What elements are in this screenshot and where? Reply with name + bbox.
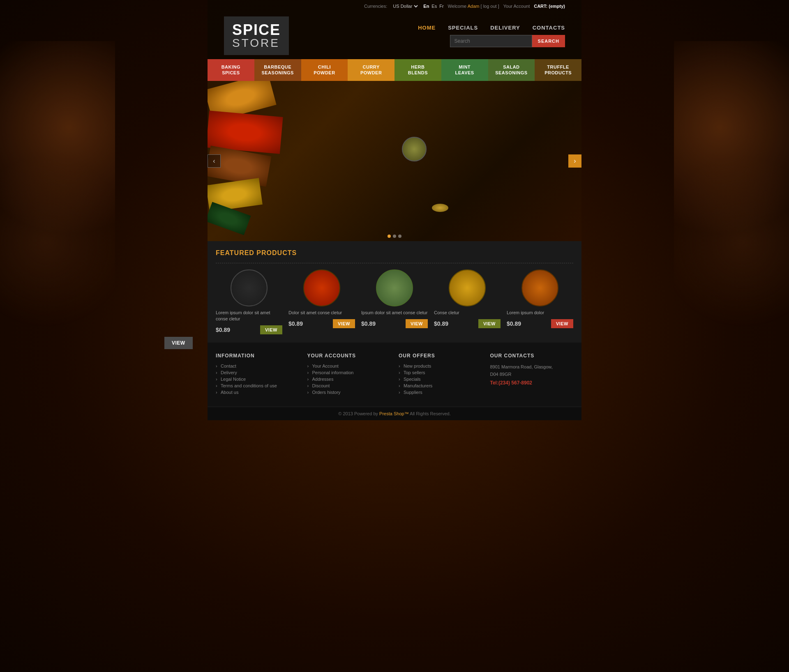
lang-fr[interactable]: Fr xyxy=(439,4,443,9)
copyright-text: © 2013 Powered by xyxy=(338,411,378,416)
product-card-4: Conse cletur $0.89 VIEW xyxy=(434,269,501,335)
view-button-5[interactable]: VIEW xyxy=(551,319,573,328)
account-link[interactable]: Your Account xyxy=(503,4,530,9)
cat-curry[interactable]: CURRYPOWDER xyxy=(348,59,394,81)
search-bar: SEARCH xyxy=(450,35,565,47)
footer-link-contact[interactable]: Contact xyxy=(216,364,299,368)
product-img-wrapper-4 xyxy=(434,269,501,306)
footer-link-about[interactable]: About us xyxy=(216,390,299,395)
hero-slider: ‹ › xyxy=(208,81,581,241)
featured-title: FEATURED PRODUCTS xyxy=(216,249,573,257)
main-nav: HOME SPECIALS DELIVERY CONTACTS xyxy=(418,25,565,31)
spice-small-1 xyxy=(402,137,427,161)
lang-en[interactable]: En xyxy=(423,4,429,9)
product-price-3: $0.89 xyxy=(361,320,376,327)
cat-salad[interactable]: SALADSEASONINGS xyxy=(488,59,535,81)
footer-link-manufacturers[interactable]: Manufacturers xyxy=(399,383,482,388)
product-desc-5: Lorem ipsum dolor xyxy=(507,310,573,316)
slider-dot-2[interactable] xyxy=(393,235,396,238)
logo[interactable]: SPICE STORE xyxy=(224,16,289,55)
cat-mint[interactable]: MINTLEAVES xyxy=(441,59,488,81)
footer-phone: Tel:(234) 567-8902 xyxy=(490,380,574,386)
product-price-1: $0.89 xyxy=(216,327,230,333)
spice-small-2 xyxy=(432,204,448,212)
footer-offers-title: OUR OFFERS xyxy=(399,353,482,359)
nav-home[interactable]: HOME xyxy=(418,25,436,31)
featured-section: FEATURED PRODUCTS Lorem ipsum dolor sit … xyxy=(208,241,581,343)
product-footer-3: $0.89 VIEW xyxy=(361,319,428,328)
slider-dots xyxy=(388,235,401,238)
header: Currencies: US Dollar En Es Fr Welcome A… xyxy=(208,0,581,59)
footer-link-legal[interactable]: Legal Notice xyxy=(216,377,299,382)
footer-col-offers: OUR OFFERS New products Top sellers Spec… xyxy=(399,353,482,396)
cat-truffle[interactable]: TRUFFLEPRODUCTS xyxy=(535,59,581,81)
product-img-wrapper-2 xyxy=(288,269,355,306)
cat-barbeque[interactable]: BARBEQUESEASONINGS xyxy=(254,59,301,81)
lang-es[interactable]: Es xyxy=(431,4,437,9)
search-button[interactable]: SEARCH xyxy=(532,35,565,47)
product-desc-2: Dolor sit amet conse cletur xyxy=(288,310,355,316)
footer-link-suppliers[interactable]: Suppliers xyxy=(399,390,482,395)
product-image-2 xyxy=(303,269,340,306)
footer-link-discount[interactable]: Discount xyxy=(307,383,391,388)
page-wrapper: Currencies: US Dollar En Es Fr Welcome A… xyxy=(0,0,789,420)
footer-information-title: INFORMATION xyxy=(216,353,299,359)
footer-link-your-account[interactable]: Your Account xyxy=(307,364,391,368)
nav-delivery[interactable]: DELIVERY xyxy=(490,25,520,31)
product-desc-4: Conse cletur xyxy=(434,310,501,316)
rights-text: All Rights Reserved. xyxy=(410,411,451,416)
view-button-3[interactable]: VIEW xyxy=(406,319,428,328)
standalone-view-button[interactable]: VIEW xyxy=(164,337,193,349)
footer-link-personal-info[interactable]: Personal information xyxy=(307,370,391,375)
product-price-4: $0.89 xyxy=(434,320,448,327)
cat-chili[interactable]: CHILIPOWDER xyxy=(301,59,348,81)
product-desc-3: Ipsum dolor sit amet conse cletur xyxy=(361,310,428,316)
footer-accounts-title: YOUR ACCOUNTS xyxy=(307,353,391,359)
product-image-1 xyxy=(231,269,268,306)
footer-top: INFORMATION Contact Delivery Legal Notic… xyxy=(208,343,581,407)
footer-link-addresses[interactable]: Addresses xyxy=(307,377,391,382)
view-button-1[interactable]: VIEW xyxy=(260,325,282,334)
language-switcher: En Es Fr xyxy=(423,4,443,9)
main-content: BAKINGSPICES BARBEQUESEASONINGS CHILIPOW… xyxy=(208,59,581,420)
header-main: SPICE STORE HOME SPECIALS DELIVERY CONTA… xyxy=(224,12,565,59)
nav-specials[interactable]: SPECIALS xyxy=(448,25,478,31)
standalone-view-container: VIEW xyxy=(164,337,193,349)
footer-link-terms[interactable]: Terms and conditions of use xyxy=(216,383,299,388)
search-input[interactable] xyxy=(450,35,532,47)
nav-contacts[interactable]: CONTACTS xyxy=(533,25,565,31)
hero-background xyxy=(208,81,581,241)
logout-link[interactable]: [ log out ] xyxy=(481,4,499,9)
product-footer-2: $0.89 VIEW xyxy=(288,319,355,328)
footer-link-orders[interactable]: Orders history xyxy=(307,390,391,395)
product-image-5 xyxy=(521,269,558,306)
logo-spice: SPICE xyxy=(232,23,281,37)
logo-store: STORE xyxy=(232,37,280,49)
slider-dot-1[interactable] xyxy=(388,235,391,238)
nav-search: HOME SPECIALS DELIVERY CONTACTS SEARCH xyxy=(418,25,565,47)
currency-select[interactable]: US Dollar xyxy=(391,3,419,9)
cat-herb[interactable]: HERBBLENDS xyxy=(394,59,441,81)
footer-link-top-sellers[interactable]: Top sellers xyxy=(399,370,482,375)
product-img-wrapper-3 xyxy=(361,269,428,306)
user-link[interactable]: Adam xyxy=(468,4,480,9)
product-desc-1: Lorem ipsum dolor sit amet conse cletur xyxy=(216,310,282,322)
slider-prev-button[interactable]: ‹ xyxy=(208,154,221,168)
cat-baking-spices[interactable]: BAKINGSPICES xyxy=(208,59,254,81)
footer-link-new-products[interactable]: New products xyxy=(399,364,482,368)
view-button-4[interactable]: VIEW xyxy=(478,319,501,328)
featured-divider xyxy=(216,263,573,263)
prestashop-link[interactable]: Presta Shop™ xyxy=(379,411,409,416)
product-image-4 xyxy=(449,269,486,306)
view-button-2[interactable]: VIEW xyxy=(333,319,355,328)
footer-link-delivery[interactable]: Delivery xyxy=(216,370,299,375)
header-top: Currencies: US Dollar En Es Fr Welcome A… xyxy=(224,0,565,12)
product-footer-1: $0.89 VIEW xyxy=(216,325,282,334)
slider-next-button[interactable]: › xyxy=(568,154,581,168)
currencies-label: Currencies: xyxy=(364,4,387,9)
slider-dot-3[interactable] xyxy=(398,235,401,238)
footer-link-specials[interactable]: Specials xyxy=(399,377,482,382)
footer-address: 8901 Marmora Road, Glasgow,D04 89GR xyxy=(490,364,574,378)
footer-col-accounts: YOUR ACCOUNTS Your Account Personal info… xyxy=(307,353,391,396)
products-grid: Lorem ipsum dolor sit amet conse cletur … xyxy=(216,269,573,335)
